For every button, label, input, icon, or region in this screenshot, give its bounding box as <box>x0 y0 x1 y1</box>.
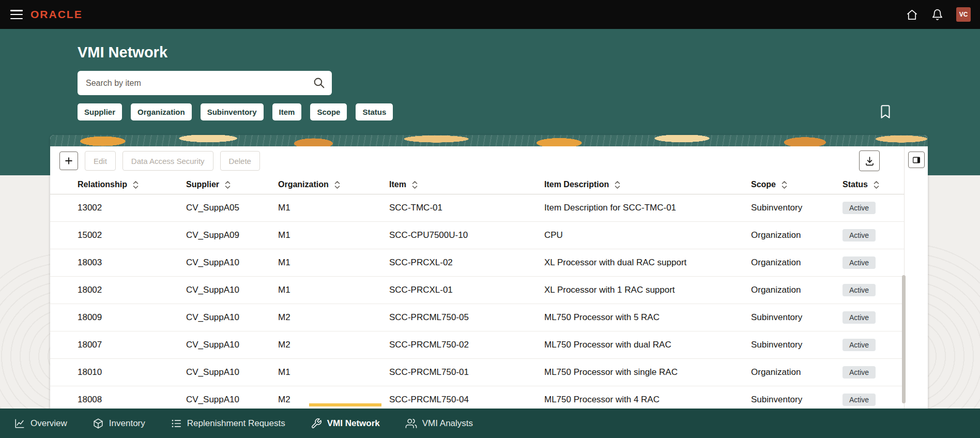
tab-inventory[interactable]: Inventory <box>93 409 145 438</box>
cell-scope: Organization <box>751 230 843 240</box>
tab-vmi-analysts[interactable]: VMI Analysts <box>405 409 473 438</box>
column-header-supplier[interactable]: Supplier <box>186 180 278 189</box>
filter-chip-item[interactable]: Item <box>272 103 302 120</box>
hamburger-menu-icon[interactable] <box>10 10 23 19</box>
table-row[interactable]: 18003CV_SuppA10M1SCC-PRCXL-02XL Processo… <box>50 249 905 277</box>
right-rail <box>904 146 928 438</box>
cell-item: SCC-PRCXL-01 <box>389 285 544 295</box>
status-badge: Active <box>843 311 876 324</box>
cell-relationship: 15002 <box>78 230 186 240</box>
decorative-banner <box>50 135 928 146</box>
bookmark-icon[interactable] <box>879 104 892 119</box>
sort-icon[interactable] <box>873 180 880 189</box>
filter-chip-supplier[interactable]: Supplier <box>78 103 122 120</box>
people-icon <box>405 418 417 429</box>
column-label: Item <box>389 180 406 189</box>
cell-status: Active <box>843 311 905 324</box>
cell-supplier: CV_SuppA10 <box>186 367 278 377</box>
cell-status: Active <box>843 229 905 241</box>
column-header-organization[interactable]: Organization <box>278 180 389 189</box>
tab-overview[interactable]: Overview <box>14 409 67 438</box>
cell-scope: Subinventory <box>751 395 843 405</box>
sort-icon[interactable] <box>411 180 418 189</box>
column-label: Scope <box>751 180 776 189</box>
cell-description: ML750 Processor with 5 RAC <box>544 312 751 323</box>
download-button[interactable] <box>859 150 880 171</box>
filter-chip-subinventory[interactable]: Subinventory <box>201 103 264 120</box>
column-label: Item Description <box>544 180 609 189</box>
table-row[interactable]: 15002CV_SuppA09M1SCC-CPU7500U-10CPUOrgan… <box>50 222 905 249</box>
cell-description: ML750 Processor with 4 RAC <box>544 395 751 405</box>
table-body: 13002CV_SuppA05M1SCC-TMC-01Item Descript… <box>50 194 928 414</box>
sort-icon[interactable] <box>132 180 139 189</box>
table-scrollbar[interactable] <box>902 275 906 403</box>
cell-status: Active <box>843 339 905 351</box>
edit-button[interactable]: Edit <box>85 151 116 171</box>
page: ORACLE VC VMI Network SupplierOrganizati… <box>0 0 980 438</box>
user-avatar[interactable]: VC <box>956 7 971 22</box>
cell-supplier: CV_SuppA09 <box>186 230 278 240</box>
filter-chip-status[interactable]: Status <box>356 103 393 120</box>
column-header-scope[interactable]: Scope <box>751 180 843 189</box>
cell-description: Item Description for SCC-TMC-01 <box>544 203 751 213</box>
table-row[interactable]: 18009CV_SuppA10M2SCC-PRCML750-05ML750 Pr… <box>50 304 905 331</box>
cell-status: Active <box>843 284 905 296</box>
cell-relationship: 18008 <box>78 395 186 405</box>
column-header-status[interactable]: Status <box>843 180 905 189</box>
status-badge: Active <box>843 229 876 241</box>
page-title: VMI Network <box>78 44 167 61</box>
sort-icon[interactable] <box>224 180 231 189</box>
search-input[interactable] <box>78 71 332 95</box>
column-label: Organization <box>278 180 329 189</box>
cell-relationship: 13002 <box>78 203 186 213</box>
status-badge: Active <box>843 202 876 214</box>
search-icon[interactable] <box>313 77 326 89</box>
filter-chips: SupplierOrganizationSubinventoryItemScop… <box>78 103 393 120</box>
tab-vmi-network[interactable]: VMI Network <box>311 409 380 438</box>
add-relationship-button[interactable] <box>59 152 78 170</box>
column-header-item-description[interactable]: Item Description <box>544 180 751 189</box>
cell-item: SCC-PRCML750-04 <box>389 395 544 405</box>
search-box <box>78 71 332 95</box>
table-row[interactable]: 18002CV_SuppA10M1SCC-PRCXL-01XL Processo… <box>50 277 905 304</box>
data-access-security-button[interactable]: Data Access Security <box>122 151 213 171</box>
filter-chip-scope[interactable]: Scope <box>310 103 347 120</box>
tab-label: VMI Analysts <box>422 418 473 429</box>
notifications-bell-icon[interactable] <box>931 8 943 21</box>
table-header: RelationshipSupplierOrganizationItemItem… <box>50 175 905 194</box>
column-header-relationship[interactable]: Relationship <box>78 180 186 189</box>
home-icon[interactable] <box>906 8 918 21</box>
package-icon <box>93 418 104 429</box>
cell-description: CPU <box>544 230 751 240</box>
cell-relationship: 18010 <box>78 367 186 377</box>
cell-supplier: CV_SuppA10 <box>186 285 278 295</box>
table-row[interactable]: 13002CV_SuppA05M1SCC-TMC-01Item Descript… <box>50 194 905 222</box>
cell-organization: M1 <box>278 285 389 295</box>
footer-nav: OverviewInventoryReplenishment RequestsV… <box>0 409 980 438</box>
column-header-item[interactable]: Item <box>389 180 544 189</box>
filter-chip-organization[interactable]: Organization <box>131 103 192 120</box>
cell-supplier: CV_SuppA10 <box>186 340 278 350</box>
oracle-logo: ORACLE <box>30 8 83 21</box>
cell-scope: Organization <box>751 258 843 268</box>
status-badge: Active <box>843 394 876 406</box>
table-row[interactable]: 18007CV_SuppA10M2SCC-PRCML750-02ML750 Pr… <box>50 331 905 359</box>
cell-relationship: 18009 <box>78 312 186 323</box>
sort-icon[interactable] <box>334 180 341 189</box>
list-icon <box>171 418 182 429</box>
column-label: Supplier <box>186 180 219 189</box>
topbar-actions: VC <box>906 7 971 22</box>
cell-organization: M2 <box>278 340 389 350</box>
cell-organization: M1 <box>278 203 389 213</box>
sort-icon[interactable] <box>614 180 621 189</box>
column-label: Status <box>843 180 868 189</box>
delete-button[interactable]: Delete <box>220 151 260 171</box>
tab-replenishment-requests[interactable]: Replenishment Requests <box>171 409 285 438</box>
table-row[interactable]: 18010CV_SuppA10M1SCC-PRCML750-01ML750 Pr… <box>50 359 905 386</box>
cell-scope: Subinventory <box>751 203 843 213</box>
cell-relationship: 18003 <box>78 258 186 268</box>
cell-item: SCC-TMC-01 <box>389 203 544 213</box>
toggle-panel-button[interactable] <box>908 152 925 168</box>
tab-label: Replenishment Requests <box>187 418 285 429</box>
sort-icon[interactable] <box>781 180 788 189</box>
